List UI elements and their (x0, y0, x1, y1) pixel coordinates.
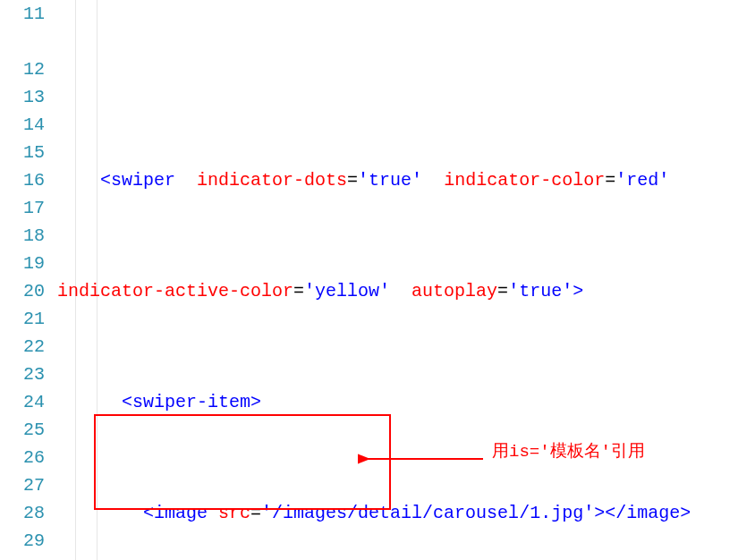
line-number: 27 (0, 471, 45, 499)
line-number: 25 (0, 416, 45, 444)
code-area[interactable]: <swiper indicator-dots='true' indicator-… (57, 0, 755, 560)
line-number: 21 (0, 305, 45, 333)
line-number: 16 (0, 166, 45, 194)
line-number: 19 (0, 250, 45, 277)
line-number: 15 (0, 139, 45, 166)
annotation-text: 用is='模板名'引用 (492, 438, 645, 466)
line-number: 12 (0, 55, 45, 83)
tag-image: <image (143, 499, 208, 527)
line-number: 24 (0, 388, 45, 416)
code-line[interactable]: <swiper-item> (57, 388, 755, 416)
line-gutter: 11 12 13 14 15 16 17 18 19 20 21 22 23 2… (0, 0, 57, 560)
line-number: 18 (0, 222, 45, 250)
code-line[interactable]: <image src='/images/detail/carousel/1.jp… (57, 499, 755, 527)
line-number: 30 (0, 555, 45, 560)
line-number: 22 (0, 333, 45, 361)
line-number: 13 (0, 83, 45, 111)
line-number: 23 (0, 361, 45, 388)
tag-swiper-open: <swiper (100, 166, 175, 194)
tag-swiper-item: <swiper-item> (122, 388, 261, 416)
line-number: 28 (0, 499, 45, 527)
line-number: 11 (0, 0, 45, 28)
line-number: 20 (0, 277, 45, 305)
line-number-wrap (0, 28, 45, 55)
code-line[interactable]: <swiper indicator-dots='true' indicator-… (57, 166, 755, 194)
line-number: 17 (0, 194, 45, 222)
code-line[interactable]: indicator-active-color='yellow' autoplay… (57, 277, 755, 305)
line-number: 29 (0, 527, 45, 555)
line-number: 26 (0, 444, 45, 471)
code-editor: 11 12 13 14 15 16 17 18 19 20 21 22 23 2… (0, 0, 755, 560)
line-number: 14 (0, 111, 45, 139)
